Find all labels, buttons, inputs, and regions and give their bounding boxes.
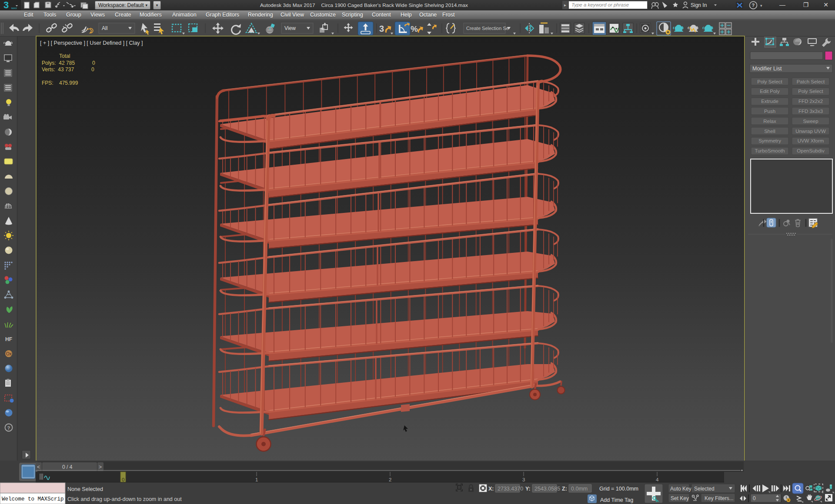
- svg-text:Modifier List: Modifier List: [752, 66, 782, 72]
- svg-text:Key Filters...: Key Filters...: [705, 495, 734, 501]
- svg-text:Y:: Y:: [525, 486, 531, 492]
- svg-text:Add Time Tag: Add Time Tag: [600, 497, 633, 503]
- svg-text:X:: X:: [488, 486, 494, 492]
- svg-text:0.0mm: 0.0mm: [571, 486, 588, 492]
- svg-text:3: 3: [3, 0, 9, 10]
- svg-text:OpenSubdiv: OpenSubdiv: [797, 148, 825, 153]
- svg-text:UVW Xform: UVW Xform: [798, 138, 824, 143]
- svg-text:All: All: [102, 25, 107, 31]
- svg-text:HF: HF: [5, 336, 12, 342]
- svg-text:?: ?: [752, 3, 755, 8]
- svg-text:2: 2: [389, 477, 391, 482]
- svg-text:Poly Select: Poly Select: [798, 89, 823, 94]
- svg-text:MAX: MAX: [11, 7, 17, 10]
- svg-text:Edit Poly: Edit Poly: [760, 89, 780, 94]
- svg-text:Ox: Ox: [6, 351, 12, 356]
- svg-text:FFD 3x3x3: FFD 3x3x3: [798, 109, 823, 114]
- svg-text:Z:: Z:: [562, 486, 567, 492]
- svg-text:Push: Push: [764, 109, 775, 114]
- svg-text:FFD 2x2x2: FFD 2x2x2: [798, 99, 823, 104]
- svg-text:Shell: Shell: [764, 129, 775, 134]
- svg-text:%: %: [411, 24, 418, 33]
- svg-text:Sweep: Sweep: [803, 119, 818, 124]
- svg-text:2543.0585: 2543.0585: [534, 486, 560, 492]
- svg-text:>: >: [99, 464, 102, 470]
- svg-text:Sign In: Sign In: [691, 2, 707, 8]
- svg-text:0 / 4: 0 / 4: [62, 464, 73, 470]
- svg-text:TurboSmooth: TurboSmooth: [755, 148, 785, 153]
- svg-text:2733.4370: 2733.4370: [498, 486, 523, 492]
- svg-text:1: 1: [255, 477, 258, 482]
- svg-text:Unwrap UVW: Unwrap UVW: [795, 129, 826, 134]
- svg-text:0: 0: [122, 477, 124, 482]
- svg-text:Grid = 100.0mm: Grid = 100.0mm: [599, 486, 638, 492]
- svg-text:None Selected: None Selected: [67, 486, 103, 492]
- svg-text:Click and drag up-and-down to: Click and drag up-and-down to zoom in an…: [67, 496, 182, 502]
- svg-text:Symmetry: Symmetry: [758, 138, 781, 143]
- svg-text:Relax: Relax: [763, 119, 776, 124]
- svg-text:Extrude: Extrude: [761, 99, 778, 104]
- svg-text:0: 0: [753, 495, 756, 501]
- svg-text:Auto Key: Auto Key: [670, 486, 691, 492]
- svg-text:<: <: [37, 464, 40, 470]
- svg-text:View: View: [284, 25, 296, 31]
- svg-text:Create Selection Se: Create Selection Se: [466, 26, 509, 31]
- svg-text:Welcome to MAXScrip: Welcome to MAXScrip: [2, 496, 64, 502]
- svg-text:Poly Select: Poly Select: [757, 79, 782, 84]
- svg-text:4: 4: [656, 477, 659, 482]
- svg-text:3: 3: [379, 24, 384, 33]
- svg-text:3: 3: [522, 477, 525, 482]
- svg-text:Selected: Selected: [694, 486, 715, 492]
- svg-text:Patch Select: Patch Select: [797, 79, 825, 84]
- svg-text:?: ?: [7, 425, 10, 431]
- svg-text:Set Key: Set Key: [671, 495, 689, 501]
